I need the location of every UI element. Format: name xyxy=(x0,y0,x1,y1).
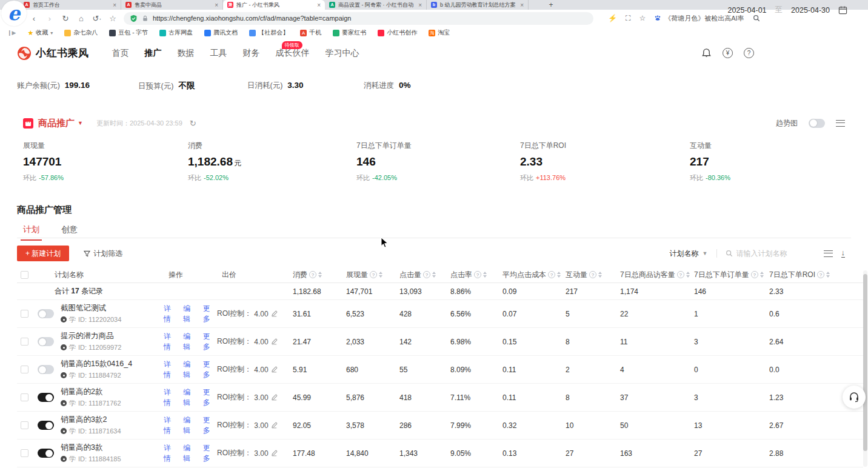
tab-close-icon[interactable]: × xyxy=(215,2,218,8)
more-link[interactable]: 更多 xyxy=(203,387,217,408)
sort-icon[interactable] xyxy=(379,272,382,278)
row-checkbox[interactable] xyxy=(21,366,28,373)
menu-item[interactable]: 首页 xyxy=(112,48,129,59)
detail-link[interactable]: 详情 xyxy=(164,304,178,324)
plan-name[interactable]: 提示的潜力商品 xyxy=(61,332,164,341)
plan-enable-toggle[interactable] xyxy=(38,365,54,374)
new-tab-button[interactable]: + xyxy=(544,0,558,10)
plan-name[interactable]: 销量高的3款2 xyxy=(61,415,164,424)
bookmark-item[interactable]: 要家红书 xyxy=(333,28,366,37)
sort-icon[interactable] xyxy=(483,272,487,278)
menu-item[interactable]: 数据 xyxy=(178,48,195,59)
calendar-icon[interactable] xyxy=(838,5,847,15)
screenshot-icon[interactable]: ⛶ xyxy=(626,14,630,22)
help-icon[interactable]: ? xyxy=(370,271,377,278)
favorite-page-icon[interactable]: ☆ xyxy=(108,14,118,23)
more-link[interactable]: 更多 xyxy=(203,443,217,464)
edit-link[interactable]: 编辑 xyxy=(183,304,197,324)
bookmark-item[interactable]: A 千机 xyxy=(300,28,321,37)
help-icon[interactable]: ? xyxy=(474,271,481,278)
bookmark-item[interactable]: 淘 淘宝 xyxy=(429,28,450,37)
edit-bid-pencil-icon[interactable] xyxy=(271,310,278,317)
browser-tab[interactable]: A 售卖中商品 × xyxy=(121,0,223,10)
notifications-bell-icon[interactable] xyxy=(701,48,712,58)
browser-tab[interactable]: 乘 推广 - 小红书乘风 × xyxy=(223,0,325,10)
plan-search[interactable] xyxy=(726,249,815,258)
bookmark-item[interactable]: 古厍网盘 xyxy=(159,28,193,37)
boost-icon[interactable]: ⚡ xyxy=(608,14,617,22)
help-icon[interactable]: ? xyxy=(309,271,316,278)
help-icon[interactable]: ? xyxy=(548,271,555,278)
scrollbar-thumb[interactable] xyxy=(863,274,867,451)
browser-tab[interactable]: A 首页工作台 × xyxy=(19,0,121,10)
more-link[interactable]: 更多 xyxy=(203,304,217,324)
row-checkbox[interactable] xyxy=(21,338,28,346)
row-checkbox[interactable] xyxy=(21,449,28,457)
bookmark-item[interactable]: 杂七杂八 xyxy=(64,28,98,37)
star-icon[interactable]: ☆ xyxy=(639,14,646,22)
help-icon[interactable]: ? xyxy=(751,271,758,278)
col-orders[interactable]: 7日总下单订单量? xyxy=(686,270,761,280)
table-scrollbar[interactable] xyxy=(863,270,867,467)
plan-filter-button[interactable]: 计划筛选 xyxy=(84,249,122,259)
recharge-yen-icon[interactable]: ¥ xyxy=(723,48,733,58)
search-icon[interactable] xyxy=(753,15,760,22)
bookmark-item[interactable]: ★ 收藏 ▾ xyxy=(27,28,53,37)
detail-link[interactable]: 详情 xyxy=(164,443,178,464)
plan-enable-toggle[interactable] xyxy=(38,449,54,458)
browser-tab[interactable]: A 商品设置 - 阿奇索 · 小红书自动 × xyxy=(325,0,427,10)
col-clicks[interactable]: 点击量? xyxy=(392,270,442,280)
chevron-down-icon[interactable]: ▼ xyxy=(78,120,83,126)
refresh-data-icon[interactable]: ↻ xyxy=(190,119,196,128)
sort-icon[interactable] xyxy=(826,272,830,278)
plan-search-input[interactable] xyxy=(736,249,815,258)
tab-close-icon[interactable]: × xyxy=(113,2,116,8)
edit-bid-pencil-icon[interactable] xyxy=(271,338,278,345)
edit-link[interactable]: 编辑 xyxy=(183,359,197,380)
bookmarks-expand-icon[interactable]: ❙▶ xyxy=(7,30,16,36)
more-link[interactable]: 更多 xyxy=(203,359,217,380)
edit-link[interactable]: 编辑 xyxy=(183,443,197,464)
col-roi[interactable]: 7日总下单ROI? xyxy=(761,270,863,280)
trend-chart-toggle[interactable] xyxy=(809,119,825,128)
more-link[interactable]: 更多 xyxy=(203,332,217,352)
detail-link[interactable]: 详情 xyxy=(164,387,178,408)
bookmark-item[interactable]: 腾讯文档 xyxy=(204,28,238,37)
help-icon[interactable]: ? xyxy=(677,271,684,278)
tab-close-icon[interactable]: × xyxy=(317,2,321,8)
help-icon[interactable]: ? xyxy=(423,271,430,278)
plan-name[interactable]: 销量高的15款0416_4 xyxy=(61,359,164,369)
date-to[interactable]: 2025-04-30 xyxy=(791,6,830,15)
bookmark-item[interactable]: 【社群会】 xyxy=(249,28,289,37)
forward-icon[interactable]: › xyxy=(45,14,55,23)
menu-item[interactable]: 学习中心 xyxy=(326,48,359,59)
col-avg-cpc[interactable]: 平均点击成本? xyxy=(495,270,558,280)
column-settings-icon[interactable] xyxy=(824,250,833,257)
search-field-select[interactable]: 计划名称 ▼ xyxy=(670,249,708,259)
menu-item[interactable]: 工具 xyxy=(210,48,227,59)
plan-enable-toggle[interactable] xyxy=(38,421,54,430)
sort-icon[interactable] xyxy=(432,272,436,278)
edit-link[interactable]: 编辑 xyxy=(183,415,197,436)
edit-bid-pencil-icon[interactable] xyxy=(271,422,278,429)
edit-bid-pencil-icon[interactable] xyxy=(271,450,278,456)
customer-service-button[interactable] xyxy=(843,386,866,409)
sort-icon[interactable] xyxy=(318,272,322,278)
col-ctr[interactable]: 点击率? xyxy=(442,270,495,280)
help-icon[interactable]: ? xyxy=(817,271,824,278)
row-checkbox[interactable] xyxy=(21,421,28,429)
plan-enable-toggle[interactable] xyxy=(38,337,54,346)
detail-link[interactable]: 详情 xyxy=(164,332,178,352)
select-all-checkbox[interactable] xyxy=(21,271,28,279)
browser-tab[interactable]: b b 幼儿园劳动教育计划总结方案 × xyxy=(427,0,529,10)
menu-item[interactable]: 财务 xyxy=(243,48,260,59)
download-icon[interactable]: ↓ xyxy=(841,249,846,258)
back-icon[interactable]: ‹ xyxy=(29,14,39,23)
bookmark-item[interactable]: 豆包 - 字节 xyxy=(109,28,148,37)
edit-bid-pencil-icon[interactable] xyxy=(271,366,278,373)
help-icon[interactable]: ? xyxy=(589,271,596,278)
detail-link[interactable]: 详情 xyxy=(164,359,178,380)
app-logo[interactable]: 小红书乘风 xyxy=(17,46,89,61)
address-bar[interactable]: https://chengfeng.xiaohongshu.com/cf/ad/… xyxy=(124,12,593,25)
help-icon[interactable]: ? xyxy=(744,48,754,58)
